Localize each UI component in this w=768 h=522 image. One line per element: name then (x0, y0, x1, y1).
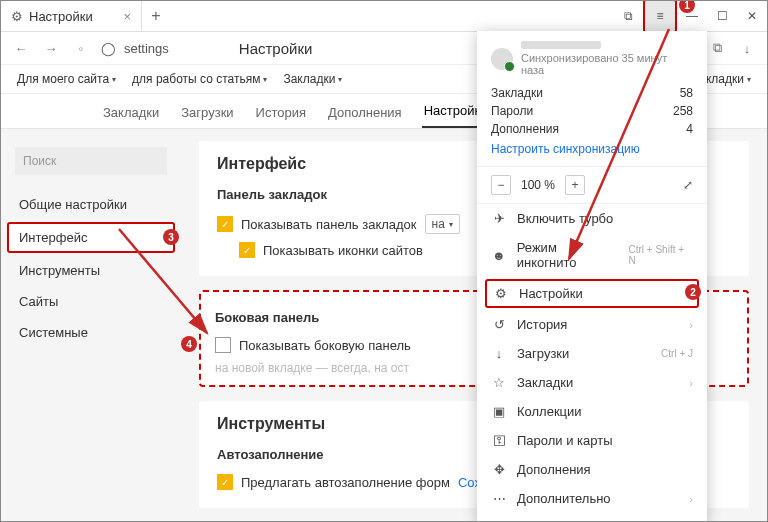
bookmark-folder[interactable]: Закладки▾ (275, 72, 350, 86)
extensions-icon[interactable]: ⧉ (707, 40, 727, 56)
bookmark-folder[interactable]: Для моего сайта▾ (9, 72, 124, 86)
callout-badge-3: 3 (163, 229, 179, 245)
rocket-icon: ✈ (491, 211, 507, 226)
tab-downloads[interactable]: Загрузки (179, 105, 235, 128)
show-bookmarks-checkbox[interactable]: ✓ (217, 216, 233, 232)
star-icon: ☆ (491, 375, 507, 390)
tab-bookmarks[interactable]: Закладки (101, 105, 161, 128)
menu-bookmarks[interactable]: ☆Закладки› (477, 368, 707, 397)
menu-passwords[interactable]: ⚿Пароли и карты (477, 426, 707, 455)
mask-icon: ☻ (491, 248, 507, 263)
bookmark-folder[interactable]: для работы со статьям▾ (124, 72, 275, 86)
hamburger-menu-button[interactable]: ≡ 1 (643, 0, 677, 33)
close-window-button[interactable]: ✕ (737, 1, 767, 31)
autofill-label: Предлагать автозаполнение форм (241, 475, 450, 490)
download-icon: ↓ (491, 346, 507, 361)
show-icons-checkbox[interactable]: ✓ (239, 242, 255, 258)
puzzle-icon: ✥ (491, 462, 507, 477)
close-tab-icon[interactable]: × (123, 9, 131, 24)
sync-section: Синхронизировано 35 минут наза Закладки5… (477, 41, 707, 167)
autofill-checkbox[interactable]: ✓ (217, 474, 233, 490)
tab-history[interactable]: История (254, 105, 308, 128)
menu-history[interactable]: ↺История› (477, 310, 707, 339)
url-field[interactable]: ◯ settings (101, 41, 169, 56)
fullscreen-icon[interactable]: ⤢ (683, 178, 693, 192)
menu-incognito[interactable]: ☻Режим инкогнитоCtrl + Shift + N (477, 233, 707, 277)
menu-downloads[interactable]: ↓ЗагрузкиCtrl + J (477, 339, 707, 368)
sidebar-item-interface[interactable]: Интерфейс 3 (7, 222, 175, 253)
copy-icon[interactable]: ⧉ (613, 1, 643, 31)
bookmarks-mode-dropdown[interactable]: на▾ (425, 214, 460, 234)
sidebar-item-tools[interactable]: Инструменты (1, 255, 181, 286)
menu-collections[interactable]: ▣Коллекции (477, 397, 707, 426)
menu-more[interactable]: ⋯Дополнительно› (477, 484, 707, 513)
avatar[interactable] (491, 48, 513, 70)
gear-icon: ⚙ (11, 9, 23, 24)
sync-settings-link[interactable]: Настроить синхронизацию (491, 138, 693, 156)
menu-settings[interactable]: ⚙Настройки 2 (485, 279, 699, 308)
show-icons-label: Показывать иконки сайтов (263, 243, 423, 258)
layers-icon: ▣ (491, 404, 507, 419)
menu-turbo[interactable]: ✈Включить турбо (477, 204, 707, 233)
main-menu: Синхронизировано 35 минут наза Закладки5… (477, 31, 707, 522)
globe-icon: ◯ (101, 41, 116, 56)
forward-button[interactable]: → (41, 41, 61, 56)
dots-icon: ⋯ (491, 491, 507, 506)
zoom-in-button[interactable]: + (565, 175, 585, 195)
url-text: settings (124, 41, 169, 56)
callout-badge-4: 4 (181, 336, 197, 352)
zoom-out-button[interactable]: − (491, 175, 511, 195)
browser-tab[interactable]: ⚙ Настройки × (1, 1, 142, 31)
page-title: Настройки (239, 40, 313, 57)
zoom-controls: − 100 % + ⤢ (477, 167, 707, 204)
gear-icon: ⚙ (493, 286, 509, 301)
search-input[interactable]: Поиск (15, 147, 167, 175)
back-button[interactable]: ← (11, 41, 31, 56)
callout-badge-2: 2 (685, 284, 701, 300)
show-side-panel-label: Показывать боковую панель (239, 338, 411, 353)
sidebar-item-sites[interactable]: Сайты (1, 286, 181, 317)
downloads-icon[interactable]: ↓ (737, 41, 757, 56)
menu-addons[interactable]: ✥Дополнения (477, 455, 707, 484)
settings-sidebar: Поиск Общие настройки Интерфейс 3 Инстру… (1, 129, 181, 522)
titlebar: ⚙ Настройки × + ⧉ ≡ 1 — ☐ ✕ (1, 1, 767, 32)
username-placeholder (521, 41, 601, 49)
tab-addons[interactable]: Дополнения (326, 105, 404, 128)
tab-title: Настройки (29, 9, 93, 24)
sidebar-item-system[interactable]: Системные (1, 317, 181, 348)
new-tab-button[interactable]: + (142, 7, 170, 25)
maximize-button[interactable]: ☐ (707, 1, 737, 31)
show-bookmarks-label: Показывать панель закладок (241, 217, 417, 232)
clock-icon: ↺ (491, 317, 507, 332)
home-button[interactable]: ◦ (71, 41, 91, 56)
sidebar-item-general[interactable]: Общие настройки (1, 189, 181, 220)
zoom-value: 100 % (521, 178, 555, 192)
sync-status: Синхронизировано 35 минут наза (521, 52, 693, 76)
key-icon: ⚿ (491, 433, 507, 448)
show-side-panel-checkbox[interactable] (215, 337, 231, 353)
